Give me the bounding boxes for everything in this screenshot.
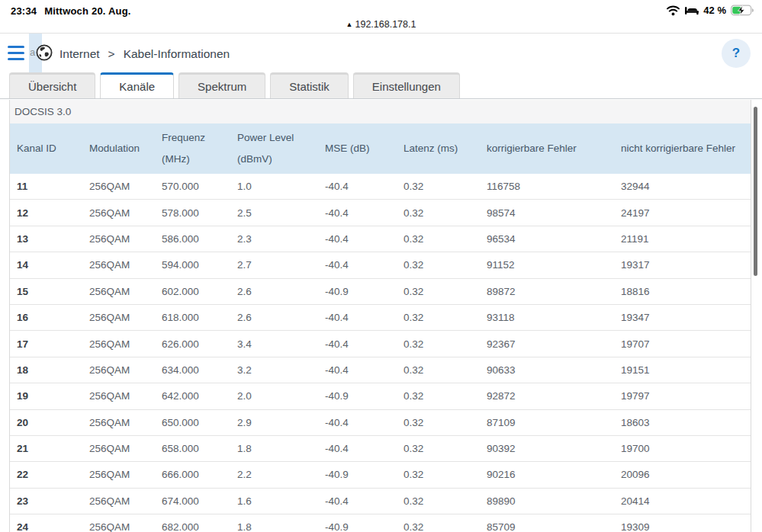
clipped-menu-text: a xyxy=(30,46,35,58)
cell-modulation: 256QAM xyxy=(89,181,162,192)
cell-latenz: 0.32 xyxy=(404,181,487,192)
cell-modulation: 256QAM xyxy=(89,312,162,323)
cell-modulation: 256QAM xyxy=(89,521,162,532)
content-panel: DOCSIS 3.0 Kanal IDModulationFrequenz(MH… xyxy=(9,100,751,532)
cell-frequenz: 642.000 xyxy=(162,390,237,402)
breadcrumb-separator: > xyxy=(108,47,115,61)
cell-latenz: 0.32 xyxy=(404,495,487,507)
col-modulation: Modulation xyxy=(89,143,162,155)
cell-power-level: 2.6 xyxy=(237,286,325,297)
page-scrollbar[interactable] xyxy=(754,107,757,276)
table-row: 17256QAM626.0003.4-40.40.329236719707 xyxy=(10,331,751,357)
cell-mse: -40.9 xyxy=(325,286,404,297)
tab-bar: ÜbersichtKanäleSpektrumStatistikEinstell… xyxy=(0,73,762,99)
cell-mse: -40.9 xyxy=(325,390,404,402)
cell-latenz: 0.32 xyxy=(404,286,487,297)
cell-latenz: 0.32 xyxy=(404,417,487,428)
cell-mse: -40.4 xyxy=(325,338,404,350)
table-row: 23256QAM674.0001.6-40.40.328989020414 xyxy=(10,489,751,514)
cell-kanal-id: 20 xyxy=(17,417,89,428)
cell-frequenz: 594.000 xyxy=(162,259,237,271)
cell-latenz: 0.32 xyxy=(404,521,487,532)
cell-frequenz: 658.000 xyxy=(162,443,237,454)
cell-nicht-korrigierbare-fehler: 19700 xyxy=(621,443,751,454)
ios-status-bar: 23:34 Mittwoch 20. Aug. ▲192.168.178.1 4… xyxy=(0,0,762,34)
cell-korrigierbare-fehler: 116758 xyxy=(487,181,621,192)
cell-korrigierbare-fehler: 93118 xyxy=(487,312,621,323)
col-power-level: Power Level(dBmV) xyxy=(237,132,325,166)
cell-frequenz: 602.000 xyxy=(162,286,237,297)
cell-korrigierbare-fehler: 89890 xyxy=(487,495,621,507)
cell-korrigierbare-fehler: 90633 xyxy=(487,364,621,376)
cell-korrigierbare-fehler: 90216 xyxy=(487,469,621,480)
privacy-warning-icon: ▲ xyxy=(346,21,353,28)
cell-mse: -40.4 xyxy=(325,495,404,507)
cell-frequenz: 634.000 xyxy=(162,364,237,376)
menu-hamburger-icon[interactable] xyxy=(8,46,24,60)
cell-mse: -40.9 xyxy=(325,521,404,532)
col-kanal-id: Kanal ID xyxy=(17,143,89,155)
table-row: 15256QAM602.0002.6-40.90.328987218816 xyxy=(10,279,751,305)
cell-frequenz: 618.000 xyxy=(162,312,237,323)
cell-nicht-korrigierbare-fehler: 32944 xyxy=(621,181,751,192)
tab-statistik[interactable]: Statistik xyxy=(270,72,349,98)
col-latenz: Latenz (ms) xyxy=(404,143,487,155)
cell-frequenz: 682.000 xyxy=(162,521,237,532)
cell-kanal-id: 22 xyxy=(17,469,89,480)
cell-frequenz: 666.000 xyxy=(162,469,237,480)
table-row: 20256QAM650.0002.9-40.40.328710918603 xyxy=(10,410,751,436)
table-row: 18256QAM634.0003.2-40.40.329063319151 xyxy=(10,357,751,383)
cell-modulation: 256QAM xyxy=(89,495,162,507)
table-row: 11256QAM570.0001.0-40.40.3211675832944 xyxy=(10,174,751,200)
cell-power-level: 3.4 xyxy=(237,338,325,350)
tab-uebersicht[interactable]: Übersicht xyxy=(9,72,95,98)
cell-kanal-id: 18 xyxy=(17,364,89,376)
breadcrumb: Internet > Kabel-Informationen xyxy=(59,34,230,73)
cell-nicht-korrigierbare-fehler: 24197 xyxy=(621,207,751,219)
tab-spektrum[interactable]: Spektrum xyxy=(178,72,265,98)
cell-modulation: 256QAM xyxy=(89,233,162,245)
cell-power-level: 2.3 xyxy=(237,233,325,245)
cell-power-level: 2.7 xyxy=(237,259,325,271)
cell-frequenz: 578.000 xyxy=(162,207,237,219)
cell-nicht-korrigierbare-fehler: 18603 xyxy=(621,417,751,428)
cell-kanal-id: 11 xyxy=(17,181,89,192)
cell-nicht-korrigierbare-fehler: 19797 xyxy=(621,390,751,402)
cell-nicht-korrigierbare-fehler: 19309 xyxy=(621,521,751,532)
cell-modulation: 256QAM xyxy=(89,364,162,376)
table-row: 16256QAM618.0002.6-40.40.329311819347 xyxy=(10,305,751,331)
cell-korrigierbare-fehler: 96534 xyxy=(487,233,621,245)
cell-nicht-korrigierbare-fehler: 21191 xyxy=(621,233,751,245)
cell-latenz: 0.32 xyxy=(404,207,487,219)
cell-nicht-korrigierbare-fehler: 18816 xyxy=(621,286,751,297)
url-text: 192.168.178.1 xyxy=(355,19,416,30)
cell-mse: -40.4 xyxy=(325,259,404,271)
cell-frequenz: 674.000 xyxy=(162,495,237,507)
cell-kanal-id: 23 xyxy=(17,495,89,507)
cell-power-level: 2.2 xyxy=(237,469,325,480)
cell-korrigierbare-fehler: 91152 xyxy=(487,259,621,271)
cell-korrigierbare-fehler: 89872 xyxy=(487,286,621,297)
cell-modulation: 256QAM xyxy=(89,443,162,454)
cell-kanal-id: 14 xyxy=(17,259,89,271)
tab-einstellungen[interactable]: Einstellungen xyxy=(353,72,460,98)
cell-modulation: 256QAM xyxy=(89,417,162,428)
cell-korrigierbare-fehler: 85709 xyxy=(487,521,621,532)
cell-nicht-korrigierbare-fehler: 20096 xyxy=(621,469,751,480)
help-button[interactable]: ? xyxy=(722,39,751,68)
tab-kanaele[interactable]: Kanäle xyxy=(100,72,174,98)
cell-kanal-id: 21 xyxy=(17,443,89,454)
cell-mse: -40.4 xyxy=(325,443,404,454)
cell-korrigierbare-fehler: 92872 xyxy=(487,390,621,402)
cell-mse: -40.4 xyxy=(325,207,404,219)
table-row: 19256QAM642.0002.0-40.90.329287219797 xyxy=(10,383,751,409)
table-row: 12256QAM578.0002.5-40.40.329857424197 xyxy=(10,200,751,226)
cell-latenz: 0.32 xyxy=(404,443,487,454)
table-header-row: Kanal IDModulationFrequenz(MHz)Power Lev… xyxy=(10,123,751,174)
col-nicht-korrigierbare-fehler: nicht korrigierbare Fehler xyxy=(621,143,751,155)
cell-frequenz: 586.000 xyxy=(162,233,237,245)
safari-url-bar[interactable]: ▲192.168.178.1 xyxy=(0,19,762,30)
breadcrumb-internet[interactable]: Internet xyxy=(59,47,100,61)
cell-nicht-korrigierbare-fehler: 19347 xyxy=(621,312,751,323)
cell-frequenz: 570.000 xyxy=(162,181,237,192)
